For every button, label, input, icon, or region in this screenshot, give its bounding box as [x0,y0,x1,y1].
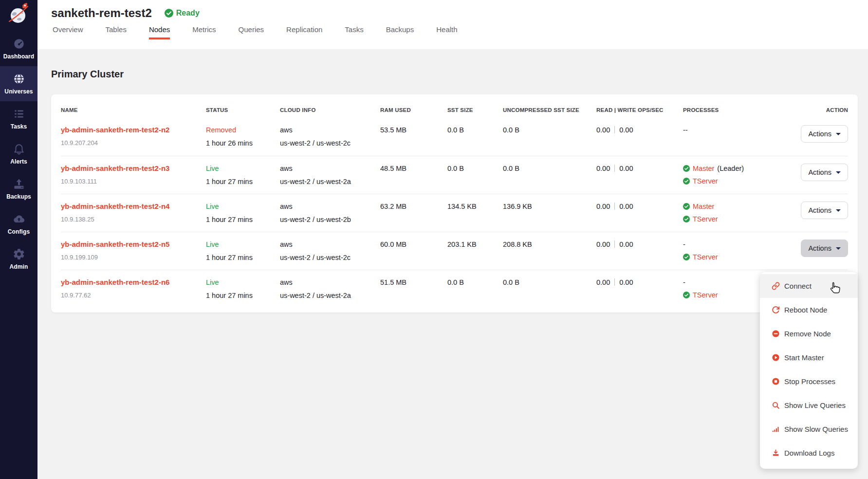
node-status: Live [206,164,275,173]
column-header-status: STATUS [206,107,280,113]
actions-button[interactable]: Actions [801,202,848,219]
caret-down-icon [836,171,841,174]
menu-item-label: Show Slow Queries [784,425,848,433]
tab-bar: Overview Tables Nodes Metrics Queries Re… [51,25,868,39]
node-ip: 10.9.103.111 [61,177,201,186]
column-header-sst-size: SST SIZE [447,107,503,113]
rocket-globe-icon [7,2,31,27]
reboot-icon [772,306,780,314]
processes-cell: Master (Leader) TServer [683,164,799,189]
caret-down-icon [836,247,841,250]
cloud-provider: aws [280,202,375,211]
node-name-link[interactable]: yb-admin-sanketh-rem-test2-n5 [61,240,169,248]
sidebar-item-label: Backups [6,193,31,200]
menu-item-show-slow-queries[interactable]: Show Slow Queries [760,417,858,441]
sidebar-item-backups[interactable]: Backups [0,171,37,206]
process-tserver-link[interactable]: TServer [693,214,718,224]
node-name-link[interactable]: yb-admin-sanketh-rem-test2-n3 [61,164,169,172]
sidebar-item-configs[interactable]: Configs [0,206,37,241]
sidebar-item-alerts[interactable]: Alerts [0,136,37,171]
tab-replication[interactable]: Replication [286,25,322,39]
check-circle-icon [683,178,690,184]
read-ops-value: 0.00 [596,240,610,248]
menu-item-show-live-queries[interactable]: Show Live Queries [760,393,858,417]
yugabyte-logo[interactable] [0,0,37,31]
actions-button-open[interactable]: Actions [801,240,848,257]
read-write-ops: 0.000.00 [596,240,683,249]
menu-item-start-master[interactable]: Start Master [760,346,858,369]
task-list-icon [13,108,25,120]
sidebar-item-label: Admin [10,263,28,270]
tab-tasks[interactable]: Tasks [345,25,363,39]
processes-cell: - TServer [683,240,799,265]
sidebar-item-label: Tasks [11,123,27,130]
tab-health[interactable]: Health [436,25,457,39]
actions-button[interactable]: Actions [801,125,848,143]
node-name-link[interactable]: yb-admin-sanketh-rem-test2-n2 [61,126,169,134]
processes-cell: Master TServer [683,202,799,227]
read-ops-value: 0.00 [596,203,610,210]
tab-tables[interactable]: Tables [106,25,127,39]
sidebar-item-admin[interactable]: Admin [0,241,37,276]
main-area: sanketh-rem-test2 Ready Overview Tables … [37,0,868,479]
nodes-table-card: NAME STATUS CLOUD INFO RAM USED SST SIZE… [51,94,858,313]
tab-overview[interactable]: Overview [53,25,83,39]
menu-item-reboot-node[interactable]: Reboot Node [760,298,858,322]
sst-size-value: 0.0 B [447,125,503,135]
write-ops-value: 0.00 [619,240,633,248]
table-row: yb-admin-sanketh-rem-test2-n3 10.9.103.1… [61,156,848,194]
process-leader-suffix: (Leader) [717,164,744,173]
cloud-region-zone: us-west-2 / us-west-2c [280,138,375,148]
sidebar-item-tasks[interactable]: Tasks [0,101,37,136]
table-row: yb-admin-sanketh-rem-test2-n5 10.9.199.1… [61,232,848,270]
cloud-region-zone: us-west-2 / us-west-2c [280,253,375,262]
menu-item-connect[interactable]: Connect [760,274,858,298]
tab-metrics[interactable]: Metrics [192,25,216,39]
node-status: Live [206,202,275,211]
processes-cell: -- [683,125,799,138]
cloud-region-zone: us-west-2 / us-west-2a [280,291,375,300]
read-write-ops: 0.000.00 [596,277,683,287]
menu-item-download-logs[interactable]: Download Logs [760,441,858,465]
bell-icon [13,143,25,155]
read-write-ops: 0.000.00 [596,125,683,135]
process-tserver-link[interactable]: TServer [693,252,718,262]
table-row: yb-admin-sanketh-rem-test2-n6 10.9.77.62… [61,270,848,308]
check-circle-icon [683,254,690,260]
dashboard-gauge-icon [13,37,25,50]
menu-item-stop-processes[interactable]: Stop Processes [760,369,858,393]
node-name-link[interactable]: yb-admin-sanketh-rem-test2-n6 [61,278,169,286]
pipe-divider [614,203,615,210]
uncompressed-sst-value: 136.9 KB [503,202,596,211]
column-header-action: ACTION [826,107,848,113]
process-master-link[interactable]: Master [693,164,714,173]
cloud-provider: aws [280,240,375,249]
backup-upload-icon [13,178,25,190]
tab-nodes[interactable]: Nodes [149,25,170,39]
menu-item-label: Remove Node [784,330,831,338]
process-master-link[interactable]: Master [693,202,714,211]
sidebar-item-universes[interactable]: Universes [0,66,37,101]
node-ip: 10.9.138.25 [61,215,201,224]
status-badge-label: Ready [176,9,200,18]
sidebar-item-label: Alerts [10,158,27,165]
process-tserver-link[interactable]: TServer [693,176,718,186]
process-tserver-link[interactable]: TServer [693,290,718,300]
node-uptime: 1 hour 27 mins [206,177,275,186]
read-ops-value: 0.00 [596,165,610,172]
sidebar-item-label: Configs [8,228,30,235]
tab-queries[interactable]: Queries [239,25,264,39]
menu-item-remove-node[interactable]: Remove Node [760,322,858,346]
check-circle-icon [683,216,690,222]
pipe-divider [614,278,615,286]
actions-button-label: Actions [808,206,831,214]
sidebar-item-dashboard[interactable]: Dashboard [0,31,37,66]
app-window: Dashboard Universes Tasks [0,0,868,479]
actions-button-label: Actions [808,244,831,252]
pipe-divider [614,240,615,248]
actions-button[interactable]: Actions [801,164,848,181]
tab-backups[interactable]: Backups [386,25,414,39]
write-ops-value: 0.00 [619,126,633,134]
menu-item-label: Connect [784,282,812,290]
node-name-link[interactable]: yb-admin-sanketh-rem-test2-n4 [61,202,169,210]
